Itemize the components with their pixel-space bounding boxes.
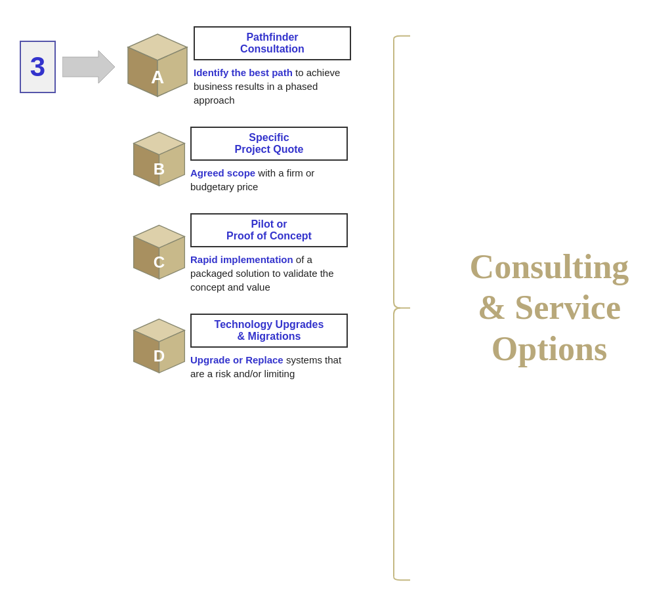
option-d-highlight: Upgrade or Replace bbox=[190, 354, 284, 365]
option-row-b: B Specific Project Quote Agreed scope wi… bbox=[20, 127, 400, 194]
svg-marker-0 bbox=[62, 51, 115, 83]
right-section: Consulting & Service Options bbox=[413, 13, 665, 603]
cube-d: D bbox=[128, 316, 190, 379]
option-row-c: C Pilot or Proof of Concept Rapid implem… bbox=[20, 213, 400, 294]
svg-text:B: B bbox=[154, 160, 165, 178]
consulting-title: Consulting & Service Options bbox=[470, 247, 629, 369]
option-b-highlight: Agreed scope bbox=[190, 167, 255, 178]
step-number: 3 bbox=[20, 41, 56, 93]
option-c-label-desc: Pilot or Proof of Concept Rapid implemen… bbox=[190, 213, 348, 294]
option-c-highlight: Rapid implementation bbox=[190, 254, 293, 265]
option-a-label-box: Pathfinder Consultation bbox=[194, 26, 351, 60]
brace-icon bbox=[390, 33, 413, 583]
option-a-title: Pathfinder Consultation bbox=[203, 31, 342, 55]
svg-text:D: D bbox=[154, 347, 165, 365]
option-d-title: Technology Upgrades & Migrations bbox=[200, 319, 339, 342]
option-a-description: Identify the best path to achieve busine… bbox=[194, 66, 351, 107]
option-d-label-desc: Technology Upgrades & Migrations Upgrade… bbox=[190, 314, 348, 380]
main-container: 3 A Pathfinder Co bbox=[0, 0, 672, 616]
option-b-label-box: Specific Project Quote bbox=[190, 127, 348, 161]
option-b-label-desc: Specific Project Quote Agreed scope with… bbox=[190, 127, 348, 194]
option-b-description: Agreed scope with a firm or budgetary pr… bbox=[190, 166, 348, 194]
option-b-title: Specific Project Quote bbox=[200, 132, 339, 155]
cube-c: C bbox=[128, 222, 190, 285]
svg-text:C: C bbox=[154, 253, 165, 271]
brace-container bbox=[390, 33, 413, 583]
option-a-highlight: Identify the best path bbox=[194, 67, 293, 78]
option-d-label-box: Technology Upgrades & Migrations bbox=[190, 314, 348, 348]
option-row-d: D Technology Upgrades & Migrations Upgra… bbox=[20, 314, 400, 380]
option-c-title: Pilot or Proof of Concept bbox=[200, 218, 339, 242]
option-a-label-desc: Pathfinder Consultation Identify the bes… bbox=[194, 26, 351, 107]
option-c-label-box: Pilot or Proof of Concept bbox=[190, 213, 348, 247]
arrow-icon bbox=[62, 51, 115, 83]
option-c-description: Rapid implementation of a packaged solut… bbox=[190, 253, 348, 294]
svg-text:A: A bbox=[151, 67, 164, 87]
left-section: 3 A Pathfinder Co bbox=[7, 13, 413, 603]
option-d-description: Upgrade or Replace systems that are a ri… bbox=[190, 353, 348, 380]
option-row-a: 3 A Pathfinder Co bbox=[20, 26, 400, 107]
cube-a: A bbox=[121, 31, 194, 103]
cube-b: B bbox=[128, 129, 190, 192]
